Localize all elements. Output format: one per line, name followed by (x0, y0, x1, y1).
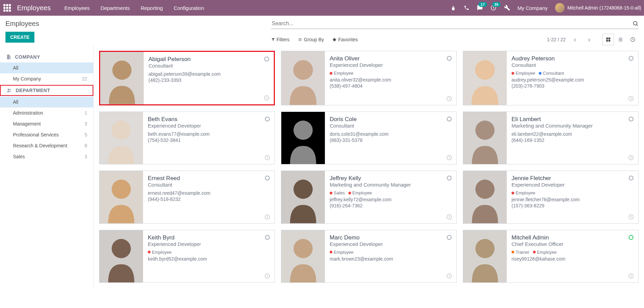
activity-icon[interactable]: 35 (490, 5, 497, 11)
menu-employees[interactable]: Employees (64, 5, 90, 11)
employee-title: Consultant (330, 123, 452, 129)
tag: Employee (330, 71, 354, 76)
department-item[interactable]: Research & Development8 (0, 140, 93, 151)
pager-prev-button[interactable]: ‹ (570, 34, 580, 45)
employee-title: Consultant (512, 62, 633, 68)
company-item[interactable]: My Company22 (0, 73, 93, 84)
list-view-button[interactable] (615, 34, 626, 45)
company-selector[interactable]: My Company (518, 5, 548, 11)
menu-configuration[interactable]: Configuration (174, 5, 204, 11)
employee-card[interactable]: Marc Demo Experienced Developer Employee… (281, 230, 457, 283)
apps-icon[interactable] (3, 3, 12, 12)
employee-card[interactable]: Ernest Reed Consultant ernest.reed47@exa… (99, 171, 275, 224)
search-icon[interactable] (632, 20, 639, 27)
clock-icon[interactable] (628, 214, 634, 220)
employee-card[interactable]: Audrey Peterson Consultant EmployeeConsu… (463, 51, 639, 105)
department-item[interactable]: All (0, 97, 93, 107)
employee-card[interactable]: Doris Cole Consultant doris.cole31@examp… (281, 112, 457, 165)
employee-card[interactable]: Anita Oliver Experienced Developer Emplo… (281, 51, 457, 105)
tag: Employee (533, 250, 557, 255)
presence-status-icon[interactable] (265, 235, 270, 240)
control-bar: Employees CREATE Filters Group By Favori… (0, 16, 644, 45)
employee-photo (463, 112, 507, 164)
presence-status-icon[interactable] (265, 117, 270, 121)
pager-next-button[interactable]: › (584, 34, 594, 45)
clock-icon[interactable] (264, 214, 270, 220)
card-body: Marc Demo Experienced Developer Employee… (325, 230, 456, 283)
activity-view-button[interactable] (627, 34, 639, 45)
presence-status-icon[interactable] (447, 235, 452, 240)
filters-button[interactable]: Filters (271, 37, 289, 42)
employee-card[interactable]: Abigail Peterson Consultant abigail.pete… (99, 51, 275, 105)
company-item[interactable]: All (0, 62, 93, 73)
create-button[interactable]: CREATE (5, 32, 34, 43)
user-menu[interactable]: Mitchell Admin (17248068-15-0-all) (555, 3, 641, 13)
tag: Employee (512, 71, 535, 76)
department-item[interactable]: Professional Services5 (0, 129, 93, 140)
presence-status-icon[interactable] (629, 235, 633, 240)
svg-rect-2 (606, 38, 608, 39)
presence-status-icon[interactable] (447, 117, 452, 121)
menu-reporting[interactable]: Reporting (141, 5, 163, 11)
department-item[interactable]: Administration1 (0, 107, 93, 118)
employee-phone: (538)-497-4804 (330, 83, 452, 89)
employee-card[interactable]: Mitchell Admin Chief Executive Officer T… (463, 230, 639, 283)
clock-icon[interactable] (446, 155, 452, 161)
groupby-button[interactable]: Group By (298, 37, 324, 42)
bug-icon[interactable] (450, 5, 456, 11)
clock-icon[interactable] (628, 96, 634, 102)
sidebar-item-label: All (13, 65, 18, 71)
employee-phone: (203)-276-7903 (512, 83, 633, 89)
toolbar: Filters Group By Favorites 1-22 / 22 ‹ › (271, 34, 639, 45)
presence-status-icon[interactable] (447, 56, 452, 61)
department-item[interactable]: Sales3 (0, 151, 93, 162)
employee-name: Beth Evans (148, 116, 270, 123)
presence-status-icon[interactable] (264, 57, 269, 61)
search-input[interactable] (271, 20, 632, 27)
tag: Trainer (512, 250, 530, 255)
favorites-button[interactable]: Favorites (332, 37, 358, 42)
employee-email: jeffrey.kelly72@example.com (330, 197, 452, 202)
clock-icon[interactable] (628, 155, 634, 161)
employee-title: Experienced Developer (148, 241, 270, 247)
sidebar: COMPANY AllMy Company22 DEPARTMENT AllAd… (0, 45, 94, 288)
employee-photo (463, 171, 507, 223)
employee-title: Marketing and Community Manager (330, 182, 452, 188)
svg-point-10 (112, 61, 131, 80)
svg-rect-5 (609, 40, 610, 42)
employee-email: eli.lambert22@example.com (512, 131, 633, 137)
tags: TrainerEmployee (512, 250, 633, 255)
svg-point-37 (112, 239, 131, 258)
dot-icon (512, 72, 514, 75)
messaging-icon[interactable]: 17 (477, 5, 483, 11)
clock-icon[interactable] (446, 214, 452, 220)
kanban-view-button[interactable] (602, 34, 614, 45)
clock-icon[interactable] (446, 273, 452, 279)
employee-photo (281, 171, 325, 223)
employee-card[interactable]: Beth Evans Experienced Developer beth.ev… (99, 112, 275, 165)
menu-departments[interactable]: Departments (100, 5, 130, 11)
clock-icon[interactable] (628, 273, 634, 279)
employee-card[interactable]: Jeffrey Kelly Marketing and Community Ma… (281, 171, 457, 224)
top-nav: Employees Employees Departments Reportin… (0, 0, 644, 16)
svg-point-28 (112, 180, 131, 199)
employee-email: doris.cole31@example.com (330, 131, 452, 137)
clock-icon[interactable] (264, 273, 270, 279)
phone-icon[interactable] (464, 5, 469, 11)
presence-status-icon[interactable] (629, 56, 633, 61)
clock-icon[interactable] (446, 96, 452, 102)
tag: Sales (330, 190, 345, 195)
presence-status-icon[interactable] (629, 117, 633, 121)
tools-icon[interactable] (504, 5, 510, 11)
clock-icon[interactable] (264, 155, 270, 161)
employee-card[interactable]: Keith Byrd Experienced Developer Employe… (99, 230, 275, 283)
employee-name: Jeffrey Kelly (330, 175, 452, 182)
employee-card[interactable]: Eli Lambert Marketing and Community Mana… (463, 112, 639, 165)
employee-phone: (482)-233-3393 (148, 77, 269, 83)
employee-title: Consultant (148, 182, 270, 188)
card-body: Jennie Fletcher Experienced Developer Em… (507, 171, 638, 223)
department-item[interactable]: Management3 (0, 118, 93, 129)
svg-rect-3 (609, 38, 610, 39)
clock-icon[interactable] (264, 95, 270, 101)
employee-card[interactable]: Jennie Fletcher Experienced Developer Em… (463, 171, 639, 224)
